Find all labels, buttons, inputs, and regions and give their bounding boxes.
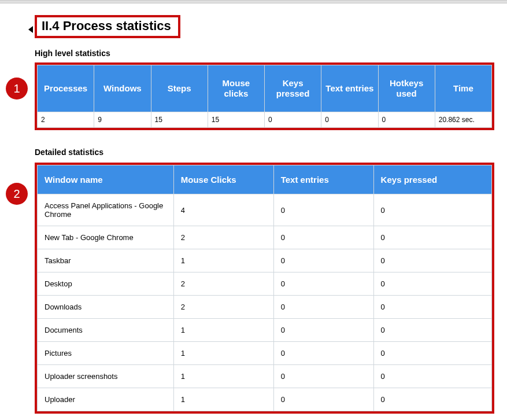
cell-window-name: Documents bbox=[38, 319, 174, 342]
col-text-entries: Text entries bbox=[273, 165, 373, 194]
cell-window-name: Uploader screenshots bbox=[38, 365, 174, 388]
cell-window-name: Downloads bbox=[38, 296, 174, 319]
section-heading-highlight: II.4 Process statistics bbox=[35, 15, 180, 38]
table-header-row: Window name Mouse Clicks Text entries Ke… bbox=[38, 165, 492, 194]
cell-text-entries: 0 bbox=[273, 342, 373, 365]
col-processes: Processes bbox=[38, 65, 94, 112]
cell-mouse-clicks: 2 bbox=[173, 296, 273, 319]
col-keys-pressed: Keys pressed bbox=[265, 65, 321, 112]
cell-mouse-clicks: 1 bbox=[173, 365, 273, 388]
cell-text-entries: 0 bbox=[273, 272, 373, 296]
table-row: New Tab - Google Chrome200 bbox=[38, 226, 492, 249]
col-keys-pressed: Keys pressed bbox=[373, 165, 491, 194]
col-mouse-clicks: Mouse clicks bbox=[208, 65, 264, 112]
cell-steps: 15 bbox=[151, 112, 208, 128]
cell-keys-pressed: 0 bbox=[373, 226, 491, 249]
high-level-title: High level statistics bbox=[35, 49, 494, 58]
col-window-name: Window name bbox=[38, 165, 174, 194]
table-row: Uploader screenshots100 bbox=[38, 365, 492, 388]
document-content: II.4 Process statistics High level stati… bbox=[0, 3, 507, 420]
cell-keys-pressed: 0 bbox=[373, 319, 491, 342]
high-level-table: Processes Windows Steps Mouse clicks Key… bbox=[37, 65, 492, 128]
col-hotkeys-used: Hotkeys used bbox=[378, 65, 435, 112]
table-row: Downloads200 bbox=[38, 296, 492, 319]
col-text-entries: Text entries bbox=[321, 65, 378, 112]
cell-keys-pressed: 0 bbox=[373, 272, 491, 296]
table-row: Uploader100 bbox=[38, 388, 492, 411]
annotation-badge-2: 2 bbox=[6, 183, 28, 205]
cell-text-entries: 0 bbox=[273, 296, 373, 319]
cell-keys-pressed: 0 bbox=[373, 388, 491, 411]
cell-window-name: Pictures bbox=[38, 342, 174, 365]
collapse-caret-icon[interactable] bbox=[28, 26, 33, 33]
cell-text-entries: 0 bbox=[273, 365, 373, 388]
cell-window-name: Access Panel Applications - Google Chrom… bbox=[38, 194, 174, 226]
cell-processes: 2 bbox=[38, 112, 94, 128]
cell-mouse-clicks: 4 bbox=[173, 194, 273, 226]
cell-text-entries: 0 bbox=[321, 112, 378, 128]
cell-windows: 9 bbox=[94, 112, 151, 128]
high-level-table-highlight: Processes Windows Steps Mouse clicks Key… bbox=[35, 62, 494, 130]
col-steps: Steps bbox=[151, 65, 208, 112]
cell-mouse-clicks: 1 bbox=[173, 388, 273, 411]
detailed-title: Detailed statistics bbox=[35, 148, 494, 157]
cell-keys-pressed: 0 bbox=[373, 249, 491, 272]
section-heading: II.4 Process statistics bbox=[42, 19, 171, 34]
cell-text-entries: 0 bbox=[273, 194, 373, 226]
cell-window-name: New Tab - Google Chrome bbox=[38, 226, 174, 249]
cell-hotkeys-used: 0 bbox=[378, 112, 435, 128]
cell-keys-pressed: 0 bbox=[373, 194, 491, 226]
col-windows: Windows bbox=[94, 65, 151, 112]
table-row: Desktop200 bbox=[38, 272, 492, 296]
col-mouse-clicks: Mouse Clicks bbox=[173, 165, 273, 194]
cell-text-entries: 0 bbox=[273, 388, 373, 411]
cell-window-name: Desktop bbox=[38, 272, 174, 296]
table-row: Pictures100 bbox=[38, 342, 492, 365]
cell-mouse-clicks: 1 bbox=[173, 342, 273, 365]
cell-keys-pressed: 0 bbox=[373, 296, 491, 319]
cell-text-entries: 0 bbox=[273, 319, 373, 342]
cell-text-entries: 0 bbox=[273, 226, 373, 249]
cell-keys-pressed: 0 bbox=[265, 112, 321, 128]
table-row: Access Panel Applications - Google Chrom… bbox=[38, 194, 492, 226]
cell-window-name: Uploader bbox=[38, 388, 174, 411]
table-row: Documents100 bbox=[38, 319, 492, 342]
detailed-table-highlight: Window name Mouse Clicks Text entries Ke… bbox=[35, 163, 494, 414]
cell-mouse-clicks: 1 bbox=[173, 319, 273, 342]
cell-text-entries: 0 bbox=[273, 249, 373, 272]
detailed-table: Window name Mouse Clicks Text entries Ke… bbox=[37, 165, 492, 411]
cell-mouse-clicks: 1 bbox=[173, 249, 273, 272]
table-row: 2 9 15 15 0 0 0 20.862 sec. bbox=[38, 112, 492, 128]
table-row: Taskbar100 bbox=[38, 249, 492, 272]
annotation-badge-1: 1 bbox=[6, 78, 28, 100]
cell-keys-pressed: 0 bbox=[373, 365, 491, 388]
cell-keys-pressed: 0 bbox=[373, 342, 491, 365]
table-header-row: Processes Windows Steps Mouse clicks Key… bbox=[38, 65, 492, 112]
cell-mouse-clicks: 2 bbox=[173, 272, 273, 296]
cell-time: 20.862 sec. bbox=[435, 112, 491, 128]
col-time: Time bbox=[435, 65, 491, 112]
cell-window-name: Taskbar bbox=[38, 249, 174, 272]
cell-mouse-clicks: 2 bbox=[173, 226, 273, 249]
cell-mouse-clicks: 15 bbox=[208, 112, 264, 128]
